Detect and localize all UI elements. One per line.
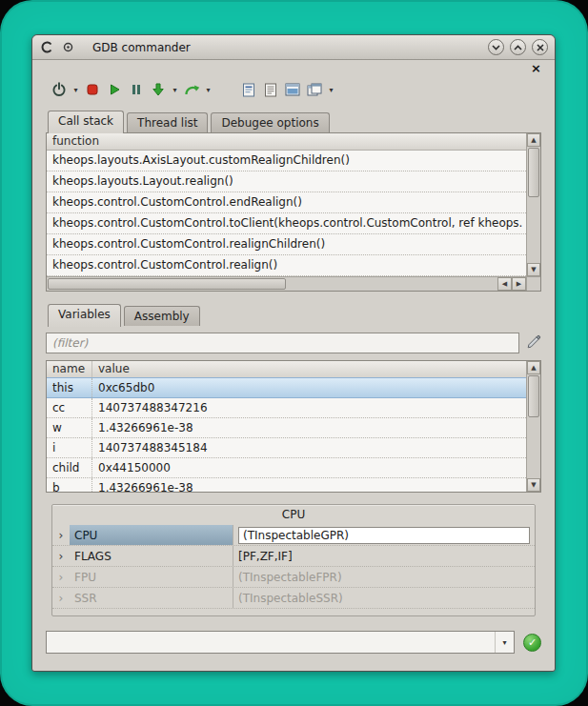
variable-row[interactable]: b 1.43266961e-38 xyxy=(47,478,526,492)
window-menu-icon[interactable] xyxy=(60,40,75,55)
power-dropdown-icon[interactable]: ▾ xyxy=(71,86,80,94)
run-button[interactable] xyxy=(105,79,124,100)
gdb-command-combobox[interactable]: ▾ xyxy=(46,631,515,654)
variable-name: cc xyxy=(47,398,92,417)
call-stack-row[interactable]: kheops.control.CustomControl.realignChil… xyxy=(47,234,526,255)
call-stack-vscrollbar[interactable]: ▲ ▼ xyxy=(526,133,540,276)
tab-thread-list[interactable]: Thread list xyxy=(127,112,208,132)
combobox-dropdown-icon[interactable]: ▾ xyxy=(495,632,514,653)
variable-name: w xyxy=(47,418,92,437)
scrollbar-corner xyxy=(526,276,540,291)
titlebar: GDB commander xyxy=(32,35,555,60)
call-stack-row[interactable]: kheops.layouts.AxisLayout.customRealignC… xyxy=(47,151,526,171)
variable-name: i xyxy=(47,438,92,457)
variable-row[interactable]: this 0xc65db0 xyxy=(47,377,526,398)
vscroll-thumb[interactable] xyxy=(528,375,539,417)
command-row: ▾ ✓ xyxy=(46,630,541,655)
variable-value: 0xc65db0 xyxy=(92,378,526,397)
window-title: GDB commander xyxy=(92,41,191,54)
cpu-row-value: (TInspectableFPR) xyxy=(233,567,535,587)
variable-value: 0x44150000 xyxy=(92,458,526,477)
variable-row[interactable]: i 140737488345184 xyxy=(47,438,526,458)
variable-value: 140737488345184 xyxy=(92,438,526,457)
filter-pen-icon[interactable] xyxy=(526,334,541,353)
call-stack-list: function kheops.layouts.AxisLayout.custo… xyxy=(47,133,526,276)
close-button[interactable] xyxy=(532,39,548,55)
hscroll-track[interactable] xyxy=(287,277,497,291)
dock-header: × xyxy=(46,62,541,75)
cpu-register-row[interactable]: › FLAGS [PF,ZF,IF] xyxy=(52,546,535,567)
watch-window-button[interactable] xyxy=(283,79,302,100)
call-stack-row[interactable]: kheops.layouts.Layout.realign() xyxy=(47,171,526,192)
cpu-row-value-cell: (TInspectableGPR) xyxy=(233,525,535,545)
variable-value: 1.43266961e-38 xyxy=(92,418,526,437)
app-icon xyxy=(39,40,54,55)
expander-icon[interactable]: › xyxy=(52,592,70,605)
step-button[interactable] xyxy=(149,79,168,100)
cpu-value-field[interactable]: (TInspectableGPR) xyxy=(238,527,530,544)
scroll-down-icon[interactable]: ▼ xyxy=(527,263,540,276)
tab-call-stack[interactable]: Call stack xyxy=(48,111,124,133)
stack-tabs: Call stack Thread list Debugee options xyxy=(46,110,541,132)
variable-row[interactable]: w 1.43266961e-38 xyxy=(47,418,526,438)
variables-vscrollbar[interactable]: ▲ ▼ xyxy=(526,361,540,492)
continue-button[interactable] xyxy=(182,79,201,100)
cpu-groupbox-title: CPU xyxy=(52,508,535,521)
expander-icon[interactable]: › xyxy=(52,550,70,563)
column-header-value: value xyxy=(92,361,526,377)
scroll-down-icon[interactable]: ▼ xyxy=(527,478,540,492)
call-stack-panel: function kheops.layouts.AxisLayout.custo… xyxy=(46,132,541,292)
column-header-name: name xyxy=(47,361,92,377)
call-stack-row[interactable]: kheops.control.CustomControl.endRealign(… xyxy=(47,192,526,213)
windows-dropdown-icon[interactable]: ▾ xyxy=(327,86,335,94)
tab-variables[interactable]: Variables xyxy=(48,304,121,327)
messages-button[interactable] xyxy=(239,79,258,100)
power-button[interactable] xyxy=(50,79,69,100)
step-dropdown-icon[interactable]: ▾ xyxy=(171,86,179,94)
vscroll-track[interactable] xyxy=(527,418,540,478)
tab-assembly[interactable]: Assembly xyxy=(124,306,200,326)
send-command-button[interactable]: ✓ xyxy=(523,634,541,652)
filter-input[interactable] xyxy=(46,333,519,353)
maximize-button[interactable] xyxy=(510,39,526,55)
debug-toolbar: ▾ ▾ ▾ xyxy=(46,75,541,104)
variables-table: name value this 0xc65db0 cc 140737488347… xyxy=(47,361,526,492)
pause-button[interactable] xyxy=(127,79,146,100)
call-stack-row[interactable]: kheops.control.CustomControl.realign() xyxy=(47,255,526,276)
scroll-left-icon[interactable]: ◀ xyxy=(497,277,512,291)
dock-close-icon[interactable]: × xyxy=(531,63,541,74)
minimize-button[interactable] xyxy=(488,39,504,55)
variable-name: this xyxy=(47,378,92,397)
expander-icon[interactable]: › xyxy=(52,529,70,542)
continue-dropdown-icon[interactable]: ▾ xyxy=(204,86,213,94)
windows-menu-button[interactable] xyxy=(305,79,324,100)
call-stack-row[interactable]: kheops.control.CustomControl.toClient(kh… xyxy=(47,213,526,234)
cpu-register-row[interactable]: › CPU (TInspectableGPR) xyxy=(52,525,535,546)
expander-icon[interactable]: › xyxy=(52,571,70,584)
call-stack-column-header: function xyxy=(47,133,526,151)
call-stack-hscrollbar[interactable]: ◀ ▶ xyxy=(47,276,526,291)
scroll-right-icon[interactable]: ▶ xyxy=(512,277,526,291)
cpu-row-label[interactable]: CPU xyxy=(70,525,233,545)
source-list-button[interactable] xyxy=(261,79,280,100)
variable-row[interactable]: cc 140737488347216 xyxy=(47,398,526,418)
stop-button[interactable] xyxy=(83,79,102,100)
scroll-up-icon[interactable]: ▲ xyxy=(527,133,540,147)
cpu-register-row[interactable]: › SSR (TInspectableSSR) xyxy=(52,588,535,609)
variable-value: 140737488347216 xyxy=(92,398,526,417)
gdb-commander-window: GDB commander × ▾ xyxy=(31,34,556,672)
scroll-up-icon[interactable]: ▲ xyxy=(527,361,540,374)
cpu-row-label[interactable]: SSR xyxy=(70,588,233,608)
cpu-groupbox: CPU › CPU (TInspectableGPR) › FLAGS [PF,… xyxy=(51,504,536,616)
gdb-command-input[interactable] xyxy=(47,632,495,653)
vscroll-track[interactable] xyxy=(527,198,540,263)
tab-debugee-options[interactable]: Debugee options xyxy=(211,112,329,132)
cpu-register-row[interactable]: › FPU (TInspectableFPR) xyxy=(52,567,535,588)
vscroll-thumb[interactable] xyxy=(528,148,539,197)
inspector-tabs: Variables Assembly xyxy=(46,303,541,326)
cpu-row-label[interactable]: FPU xyxy=(70,567,233,587)
hscroll-thumb[interactable] xyxy=(48,278,286,290)
variable-row[interactable]: child 0x44150000 xyxy=(47,458,526,478)
cpu-row-label[interactable]: FLAGS xyxy=(70,546,233,566)
client-area: × ▾ ▾ ▾ xyxy=(32,60,555,671)
